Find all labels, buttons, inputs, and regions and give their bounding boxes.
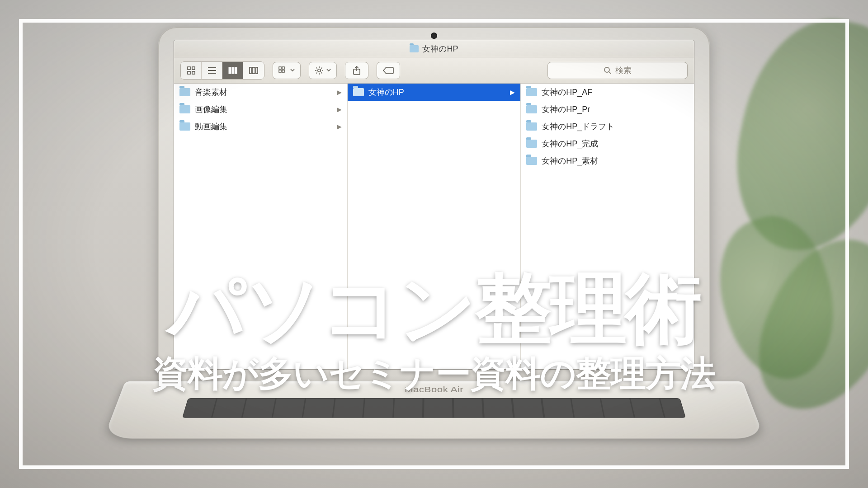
svg-rect-14: [282, 67, 284, 69]
folder-row[interactable]: 女神のHP_完成: [521, 135, 694, 152]
tag-icon: [382, 66, 394, 75]
folder-row[interactable]: 女神のHP_ドラフト: [521, 118, 694, 135]
share-icon: [353, 66, 361, 75]
share-button[interactable]: [345, 62, 368, 79]
thumbnail-stage: 女神のHP: [0, 0, 868, 488]
chevron-down-icon: [290, 69, 295, 72]
folder-label: 画像編集: [195, 104, 227, 115]
arrange-button[interactable]: [273, 62, 301, 79]
gallery-icon: [248, 66, 259, 75]
folder-label: 女神のHP: [368, 87, 404, 98]
window-title: 女神のHP: [422, 43, 458, 54]
folder-icon: [179, 105, 190, 113]
folder-label: 女神のHP_完成: [542, 138, 598, 149]
view-list-button[interactable]: [202, 62, 222, 79]
action-button[interactable]: [309, 62, 337, 79]
svg-rect-7: [229, 67, 231, 74]
svg-rect-3: [192, 71, 195, 74]
chevron-down-icon: [326, 69, 331, 72]
folder-label: 女神のHP_素材: [542, 155, 598, 166]
svg-rect-12: [256, 67, 258, 74]
list-icon: [207, 66, 217, 75]
chevron-right-icon: ▶: [510, 89, 515, 96]
finder-column: 女神のHP_AF女神のHP_Pr女神のHP_ドラフト女神のHP_完成女神のHP_…: [521, 84, 694, 369]
svg-rect-1: [192, 67, 195, 70]
view-gallery-button[interactable]: [243, 62, 264, 79]
gear-icon: [315, 66, 324, 75]
folder-row[interactable]: 画像編集▶: [174, 101, 347, 118]
search-field[interactable]: 検索: [547, 62, 688, 79]
view-mode-segment: [180, 61, 264, 80]
svg-rect-13: [279, 67, 281, 69]
svg-point-17: [318, 69, 321, 71]
svg-line-24: [321, 67, 322, 68]
finder-column: 女神のHP▶: [348, 84, 521, 369]
folder-icon: [179, 122, 190, 131]
folder-row[interactable]: 動画編集▶: [174, 118, 347, 135]
folder-icon: [526, 105, 537, 113]
search-placeholder: 検索: [615, 65, 632, 76]
finder-column: 音楽素材▶画像編集▶動画編集▶: [174, 84, 348, 369]
svg-rect-2: [188, 71, 190, 74]
view-columns-button[interactable]: [222, 62, 243, 79]
webcam: [431, 33, 437, 39]
chevron-right-icon: ▶: [337, 123, 342, 130]
keyboard: [182, 398, 686, 418]
window-titlebar[interactable]: 女神のHP: [174, 40, 694, 57]
folder-icon: [353, 88, 364, 96]
svg-line-23: [321, 72, 322, 73]
svg-line-29: [609, 72, 611, 74]
search-icon: [604, 66, 612, 75]
laptop: 女神のHP: [158, 27, 710, 461]
folder-row[interactable]: 女神のHP▶: [348, 84, 521, 101]
folder-label: 女神のHP_ドラフト: [542, 121, 614, 132]
chevron-right-icon: ▶: [337, 106, 342, 113]
folder-label: 女神のHP_Pr: [542, 104, 590, 115]
svg-rect-10: [250, 67, 251, 74]
folder-label: 音楽素材: [195, 87, 227, 98]
svg-rect-11: [252, 67, 255, 74]
folder-row[interactable]: 音楽素材▶: [174, 84, 347, 101]
finder-window: 女神のHP: [174, 40, 694, 370]
svg-rect-0: [188, 67, 190, 70]
folder-icon: [526, 88, 537, 96]
laptop-deck: MacBook Air: [104, 381, 765, 439]
grid-icon: [187, 66, 196, 75]
folder-label: 女神のHP_AF: [542, 87, 592, 98]
folder-icon: [410, 45, 419, 52]
folder-row[interactable]: 女神のHP_AF: [521, 84, 694, 101]
svg-rect-15: [279, 70, 281, 72]
folder-icon: [526, 140, 537, 148]
folder-row[interactable]: 女神のHP_素材: [521, 152, 694, 169]
arrange-icon: [278, 66, 288, 75]
folder-icon: [526, 122, 537, 131]
tags-button[interactable]: [377, 62, 400, 79]
svg-rect-16: [282, 70, 284, 72]
folder-label: 動画編集: [195, 121, 227, 132]
finder-toolbar: 検索: [174, 57, 694, 84]
folder-icon: [526, 157, 537, 165]
finder-columns: 音楽素材▶画像編集▶動画編集▶女神のHP▶女神のHP_AF女神のHP_Pr女神の…: [174, 84, 694, 369]
view-icon-button[interactable]: [181, 62, 202, 79]
svg-point-28: [604, 67, 609, 72]
columns-icon: [228, 66, 238, 75]
chevron-right-icon: ▶: [337, 89, 342, 96]
folder-icon: [179, 88, 190, 96]
laptop-brand: MacBook Air: [120, 381, 748, 394]
svg-rect-8: [232, 67, 234, 74]
svg-line-25: [316, 72, 317, 73]
svg-rect-9: [235, 67, 237, 74]
svg-line-22: [316, 67, 317, 68]
folder-row[interactable]: 女神のHP_Pr: [521, 101, 694, 118]
laptop-lid: 女神のHP: [158, 27, 710, 384]
